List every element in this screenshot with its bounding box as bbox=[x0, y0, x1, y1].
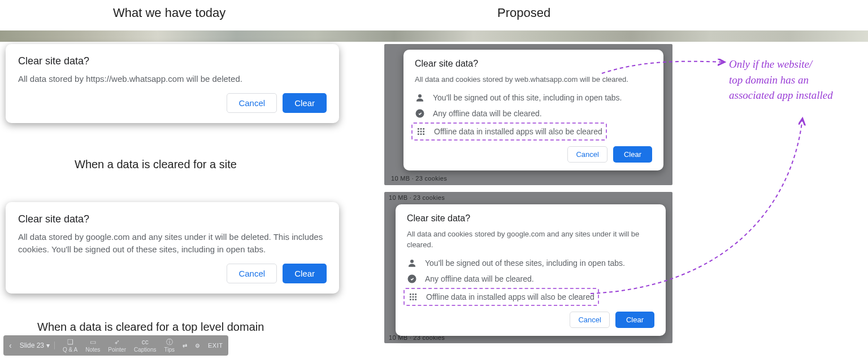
svg-rect-21 bbox=[415, 299, 416, 300]
clear-button[interactable]: Clear bbox=[613, 146, 652, 163]
svg-rect-15 bbox=[415, 294, 416, 295]
context-proposed-domain: 10 MB · 23 cookies 10 MB · 23 cookies Cl… bbox=[384, 192, 672, 343]
tool-label: Q & A bbox=[63, 347, 77, 353]
dialog-title: Clear site data? bbox=[18, 55, 327, 67]
svg-rect-10 bbox=[423, 133, 424, 135]
captions-icon: cc bbox=[141, 338, 149, 346]
svg-point-11 bbox=[410, 260, 414, 263]
check-circle-icon bbox=[415, 108, 425, 119]
column-header-today: What we have today bbox=[113, 6, 225, 20]
autoplay-icon[interactable]: ⇄ bbox=[183, 343, 187, 349]
tool-label: Pointer bbox=[108, 347, 126, 353]
dialog-description: All data stored by https://web.whatsapp.… bbox=[18, 73, 327, 85]
svg-rect-9 bbox=[420, 133, 422, 135]
dialog-proposed-domain: Clear site data? All data and cookies st… bbox=[396, 204, 666, 336]
clear-button[interactable]: Clear bbox=[283, 93, 327, 113]
clear-button[interactable]: Clear bbox=[283, 264, 327, 283]
bullet-text: Offline data in installed apps will also… bbox=[434, 127, 602, 136]
cancel-button[interactable]: Cancel bbox=[570, 312, 609, 328]
context-storage-label: 10 MB · 23 cookies bbox=[389, 194, 445, 201]
svg-rect-2 bbox=[418, 128, 419, 130]
dialog-title: Clear site data? bbox=[18, 213, 327, 225]
svg-rect-18 bbox=[415, 296, 416, 297]
highlighted-row-apps: Offline data in installed apps will also… bbox=[411, 122, 607, 141]
svg-rect-8 bbox=[418, 133, 419, 135]
svg-rect-14 bbox=[413, 294, 414, 295]
dialog-description: All data and cookies stored by google.co… bbox=[407, 229, 654, 251]
person-icon bbox=[415, 93, 425, 103]
dialog-today-site: Clear site data? All data stored by http… bbox=[6, 44, 339, 123]
cancel-button[interactable]: Cancel bbox=[567, 146, 607, 163]
svg-rect-19 bbox=[410, 299, 411, 300]
bullet-offline: Any offline data will be cleared. bbox=[407, 271, 654, 287]
captions-tool[interactable]: ccCaptions bbox=[134, 338, 156, 353]
svg-rect-5 bbox=[418, 131, 419, 133]
dialog-proposed-site: Clear site data? All data and cookies st… bbox=[403, 50, 663, 170]
annotation-text: Only if the website/ top domain has an a… bbox=[729, 56, 859, 103]
chevron-down-icon: ▾ bbox=[46, 342, 50, 349]
bullet-text: Any offline data will be cleared. bbox=[425, 274, 534, 283]
svg-rect-7 bbox=[423, 131, 424, 133]
background-strip bbox=[0, 30, 868, 42]
tool-label: Tips bbox=[164, 347, 175, 353]
tips-tool[interactable]: ⓘTips bbox=[164, 338, 175, 353]
svg-point-1 bbox=[416, 109, 424, 117]
dialog-title: Clear site data? bbox=[407, 213, 654, 224]
tool-label: Notes bbox=[85, 347, 100, 353]
chevron-left-icon[interactable]: ‹ bbox=[9, 341, 12, 350]
dialog-description: All data and cookies stored by web.whats… bbox=[415, 75, 652, 85]
tool-label: Captions bbox=[134, 347, 156, 353]
svg-point-0 bbox=[418, 94, 422, 98]
pointer-icon: ➶ bbox=[113, 338, 121, 346]
slide-indicator[interactable]: Slide 23 ▾ bbox=[20, 342, 55, 349]
qa-icon: ❑ bbox=[66, 338, 74, 346]
apps-grid-icon bbox=[408, 292, 418, 302]
svg-rect-4 bbox=[423, 128, 424, 130]
context-storage-label: 10 MB · 23 cookies bbox=[391, 175, 447, 182]
gear-icon[interactable]: ⚙ bbox=[195, 343, 200, 349]
bullet-text: You'll be signed out of this site, inclu… bbox=[433, 93, 622, 102]
qa-tool[interactable]: ❑Q & A bbox=[63, 338, 77, 353]
bullet-signout: You'll be signed out of this site, inclu… bbox=[415, 90, 652, 106]
bullet-text: Any offline data will be cleared. bbox=[433, 109, 542, 118]
clear-button[interactable]: Clear bbox=[615, 312, 654, 328]
svg-rect-13 bbox=[410, 294, 411, 295]
notes-icon: ▭ bbox=[89, 338, 97, 346]
dialog-description: All data stored by google.com and any si… bbox=[18, 231, 327, 256]
bullet-text: Offline data in installed apps will also… bbox=[426, 292, 594, 301]
check-circle-icon bbox=[407, 274, 417, 284]
cancel-button[interactable]: Cancel bbox=[227, 93, 277, 113]
column-header-proposed: Proposed bbox=[497, 6, 550, 20]
svg-point-12 bbox=[408, 274, 416, 283]
pointer-tool[interactable]: ➶Pointer bbox=[108, 338, 126, 353]
bullet-offline: Any offline data will be cleared. bbox=[415, 106, 652, 121]
svg-rect-3 bbox=[420, 128, 422, 130]
svg-rect-17 bbox=[413, 296, 414, 297]
caption-today-domain: When a data is cleared for a top level d… bbox=[37, 321, 264, 334]
context-proposed-site: 10 MB · 23 cookies Clear site data? All … bbox=[384, 44, 672, 185]
cancel-button[interactable]: Cancel bbox=[227, 264, 277, 283]
highlighted-row-apps: Offline data in installed apps will also… bbox=[403, 288, 599, 306]
svg-rect-16 bbox=[410, 296, 411, 297]
dialog-today-domain: Clear site data? All data stored by goog… bbox=[6, 202, 339, 294]
bullet-text: You'll be signed out of these sites, inc… bbox=[425, 259, 625, 268]
slide-number-label: Slide 23 bbox=[20, 342, 44, 349]
presenter-toolbar: ‹ Slide 23 ▾ ❑Q & A ▭Notes ➶Pointer ccCa… bbox=[3, 335, 228, 356]
dialog-title: Clear site data? bbox=[415, 59, 652, 69]
info-icon: ⓘ bbox=[166, 338, 173, 346]
svg-rect-6 bbox=[420, 131, 422, 133]
apps-grid-icon bbox=[416, 126, 426, 137]
person-icon bbox=[407, 258, 417, 268]
bullet-signout: You'll be signed out of these sites, inc… bbox=[407, 255, 654, 271]
svg-rect-20 bbox=[413, 299, 414, 300]
caption-today-site: When a data is cleared for a site bbox=[75, 158, 237, 171]
exit-button[interactable]: EXIT bbox=[208, 342, 223, 349]
notes-tool[interactable]: ▭Notes bbox=[85, 338, 100, 353]
